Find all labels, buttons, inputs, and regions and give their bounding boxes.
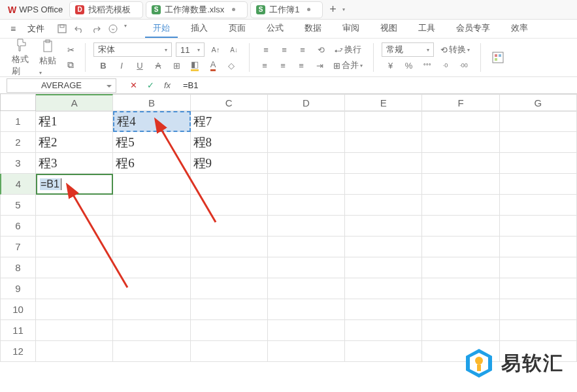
cell-b10[interactable]	[113, 299, 190, 320]
clear-format-button[interactable]: ◇	[224, 58, 239, 73]
cell-g2[interactable]	[500, 132, 577, 153]
col-header-g[interactable]: G	[500, 94, 577, 111]
row-header-10[interactable]: 10	[0, 299, 36, 320]
cell-d4[interactable]	[268, 174, 345, 195]
cell-a10[interactable]	[36, 299, 113, 320]
cell-f2[interactable]	[422, 132, 499, 153]
formula-confirm-button[interactable]: ✓	[145, 80, 156, 90]
cell-e10[interactable]	[345, 299, 422, 320]
hamburger-icon[interactable]: ≡	[7, 22, 20, 35]
strikethrough-button[interactable]: A	[151, 58, 165, 73]
undo-icon[interactable]	[73, 23, 85, 35]
cut-button[interactable]: ✂	[64, 44, 77, 57]
styles-icon[interactable]	[489, 49, 507, 66]
orientation-button[interactable]: ⟲	[314, 42, 328, 57]
row-header-4[interactable]: 4	[0, 174, 36, 195]
cell-c10[interactable]	[191, 299, 268, 320]
cell-f4[interactable]	[422, 174, 499, 195]
cell-d8[interactable]	[268, 257, 345, 278]
cell-f9[interactable]	[422, 278, 499, 299]
row-header-11[interactable]: 11	[0, 320, 36, 341]
cell-e9[interactable]	[345, 278, 422, 299]
qat-dropdown-icon[interactable]: ▾	[124, 23, 127, 35]
cell-f10[interactable]	[422, 299, 499, 320]
cell-a8[interactable]	[36, 257, 113, 278]
align-middle-button[interactable]: ≡	[277, 42, 291, 57]
tab-view[interactable]: 视图	[372, 20, 405, 38]
cell-b9[interactable]	[113, 278, 190, 299]
col-header-a[interactable]: A	[36, 94, 113, 111]
row-header-6[interactable]: 6	[0, 216, 36, 237]
cell-d2[interactable]	[268, 132, 345, 153]
cell-g11[interactable]	[500, 320, 577, 341]
col-header-f[interactable]: F	[422, 94, 499, 111]
cell-g6[interactable]	[500, 216, 577, 237]
cell-e3[interactable]	[345, 153, 422, 174]
cell-a1[interactable]: 程1	[36, 111, 113, 132]
bold-button[interactable]: B	[96, 58, 110, 73]
cell-g8[interactable]	[500, 257, 577, 278]
cell-e8[interactable]	[345, 257, 422, 278]
cell-g4[interactable]	[500, 174, 577, 195]
cell-b1[interactable]: 程4	[113, 111, 190, 132]
cell-b5[interactable]	[113, 195, 190, 216]
currency-button[interactable]: ¥	[384, 58, 398, 73]
tab-review[interactable]: 审阅	[335, 20, 367, 38]
cell-a2[interactable]: 程2	[36, 132, 113, 153]
cell-g3[interactable]	[500, 153, 577, 174]
tabs-dropdown-icon[interactable]: ▾	[342, 7, 345, 12]
cell-e2[interactable]	[345, 132, 422, 153]
tab-tools[interactable]: 工具	[410, 20, 443, 38]
cell-f8[interactable]	[422, 257, 499, 278]
border-button[interactable]: ⊞	[169, 58, 184, 73]
col-header-e[interactable]: E	[345, 94, 422, 111]
doc-tab-templates[interactable]: D 找稻壳模板	[69, 1, 143, 18]
cell-d5[interactable]	[268, 195, 345, 216]
cell-g5[interactable]	[500, 195, 577, 216]
cell-c1[interactable]: 程7	[191, 111, 268, 132]
row-header-5[interactable]: 5	[0, 195, 36, 216]
cell-f3[interactable]	[422, 153, 499, 174]
italic-button[interactable]: I	[114, 58, 129, 73]
align-bottom-button[interactable]: ≡	[295, 42, 310, 57]
row-header-8[interactable]: 8	[0, 257, 36, 278]
cell-b4[interactable]	[113, 174, 190, 195]
cell-e11[interactable]	[345, 320, 422, 341]
cell-e12[interactable]	[345, 341, 422, 362]
cell-g7[interactable]	[500, 237, 577, 257]
convert-button[interactable]: ⟲转换▾	[438, 42, 472, 57]
tab-data[interactable]: 数据	[297, 20, 329, 38]
col-header-b[interactable]: B	[113, 94, 190, 111]
cell-c5[interactable]	[191, 195, 268, 216]
cell-d10[interactable]	[268, 299, 345, 320]
tab-insert[interactable]: 插入	[183, 20, 216, 38]
fill-color-button[interactable]: ◧	[188, 58, 202, 73]
paste-button[interactable]: 粘贴▾	[37, 42, 60, 73]
redo-icon[interactable]	[90, 23, 102, 35]
cell-f6[interactable]	[422, 216, 499, 237]
wrap-text-button[interactable]: ⮐换行	[332, 42, 364, 57]
cell-e6[interactable]	[345, 216, 422, 237]
tab-member[interactable]: 会员专享	[448, 20, 498, 38]
cell-c4[interactable]	[191, 174, 268, 195]
cell-a5[interactable]	[36, 195, 113, 216]
cell-a9[interactable]	[36, 278, 113, 299]
cell-a6[interactable]	[36, 216, 113, 237]
underline-button[interactable]: U	[133, 58, 147, 73]
cell-b3[interactable]: 程6	[113, 153, 190, 174]
cell-b2[interactable]: 程5	[113, 132, 190, 153]
cell-d6[interactable]	[268, 216, 345, 237]
merge-cells-button[interactable]: ⊞合并▾	[331, 58, 365, 73]
decrease-decimal-button[interactable]: ·0	[438, 58, 453, 73]
cell-c6[interactable]	[191, 216, 268, 237]
cell-a3[interactable]: 程3	[36, 153, 113, 174]
save-icon[interactable]	[56, 23, 68, 35]
align-left-button[interactable]: ≡	[257, 58, 272, 73]
align-right-button[interactable]: ≡	[294, 58, 308, 73]
cell-b12[interactable]	[113, 341, 190, 362]
row-header-1[interactable]: 1	[0, 111, 36, 132]
tab-efficiency[interactable]: 效率	[503, 20, 536, 38]
col-header-d[interactable]: D	[268, 94, 345, 111]
increase-decimal-button[interactable]: ·00	[457, 58, 471, 73]
formula-cancel-button[interactable]: ✕	[128, 80, 139, 90]
